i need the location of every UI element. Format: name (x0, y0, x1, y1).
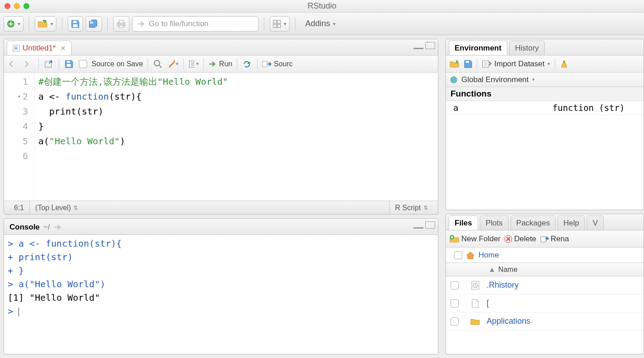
file-row[interactable]: Applications (446, 312, 644, 330)
svg-rect-10 (277, 24, 281, 28)
rename-button[interactable]: Rena (540, 234, 569, 243)
console-pane: Console ~/ > a <- function(str){ + print… (4, 218, 438, 354)
file-name[interactable]: .Rhistory (487, 280, 644, 290)
open-file-button[interactable] (35, 16, 56, 32)
import-icon (482, 60, 492, 68)
forward-button[interactable] (23, 59, 34, 69)
show-in-new-window-button[interactable] (43, 59, 54, 69)
file-icon (471, 298, 480, 308)
tab-history[interactable]: History (509, 41, 545, 55)
delete-icon (504, 235, 512, 243)
addins-menu[interactable]: Addins ▾ (301, 19, 340, 28)
grid-button[interactable] (270, 16, 290, 32)
zoom-window-button[interactable] (23, 3, 29, 9)
console-popout-icon[interactable] (54, 224, 62, 230)
save-icon (71, 19, 80, 28)
save-all-icon (89, 19, 99, 28)
find-button[interactable] (152, 59, 163, 69)
load-workspace-button[interactable] (450, 60, 460, 68)
delete-button[interactable]: Delete (504, 234, 536, 243)
print-button[interactable] (113, 16, 129, 32)
wand-button[interactable]: ▾ (168, 59, 179, 69)
source-on-save-checkbox[interactable] (79, 60, 87, 68)
fold-icon[interactable]: ▾ (18, 89, 21, 104)
files-breadcrumb: Home (446, 248, 644, 263)
notebook-button[interactable]: ▾ (188, 59, 199, 69)
rerun-button[interactable] (242, 59, 253, 69)
print-icon (116, 19, 126, 28)
save-source-button[interactable] (64, 59, 74, 69)
file-name[interactable]: [ (487, 298, 644, 308)
svg-rect-8 (277, 20, 281, 23)
run-icon (208, 60, 217, 68)
maximize-pane-button[interactable] (425, 221, 435, 229)
svg-rect-15 (67, 64, 71, 67)
editor-content[interactable]: #创建一个方法,该方法是输出"Hello World" a <- functio… (35, 73, 232, 201)
rename-icon (540, 235, 549, 243)
close-tab-icon[interactable]: ✕ (60, 45, 66, 52)
env-row[interactable]: a function (str) (446, 101, 644, 115)
chevron-down-icon: ▾ (333, 21, 336, 27)
minimize-pane-button[interactable] (414, 221, 423, 229)
code-editor[interactable]: 1 ▾2 3 4 5 6 #创建一个方法,该方法是输出"Hello World"… (4, 73, 438, 201)
tab-packages[interactable]: Packages (511, 216, 556, 230)
updown-icon: ⇅ (74, 205, 78, 211)
source-tab[interactable]: R Untitled1* ✕ (7, 41, 72, 55)
tab-viewer[interactable]: V (587, 216, 603, 230)
plus-icon (7, 20, 15, 28)
row-checkbox[interactable] (451, 281, 459, 289)
svg-rect-14 (67, 61, 70, 63)
new-folder-icon (450, 235, 460, 243)
updown-icon: ⇅ (423, 205, 428, 211)
source-tabbar: R Untitled1* ✕ (4, 39, 438, 55)
tab-files[interactable]: Files (449, 216, 478, 230)
maximize-pane-button[interactable] (425, 42, 435, 49)
file-row[interactable]: .Rhistory (446, 276, 644, 294)
console-path: ~/ (43, 223, 50, 232)
tab-environment[interactable]: Environment (449, 41, 507, 55)
window-controls (5, 3, 29, 9)
back-button[interactable] (8, 59, 18, 69)
chevron-down-icon: ▾ (532, 77, 535, 83)
svg-rect-20 (466, 61, 469, 63)
file-row[interactable]: [ (446, 294, 644, 312)
files-toolbar: New Folder Delete Rena (446, 230, 644, 248)
svg-rect-26 (541, 237, 546, 242)
breadcrumb-home[interactable]: Home (478, 251, 499, 260)
row-checkbox[interactable] (451, 317, 459, 326)
language-selector[interactable]: R Script ⇅ (389, 201, 433, 214)
new-folder-button[interactable]: New Folder (450, 234, 501, 243)
new-file-button[interactable] (4, 16, 23, 32)
save-all-button[interactable] (86, 16, 102, 32)
source-toolbar: Source on Save ▾ ▾ Run Sourc (4, 55, 438, 73)
row-checkbox[interactable] (451, 299, 459, 308)
source-button[interactable]: Sourc (262, 60, 293, 68)
svg-rect-2 (73, 24, 78, 27)
env-item-name: a (446, 101, 545, 115)
env-tabbar: Environment History (446, 39, 644, 55)
svg-rect-3 (90, 22, 93, 23)
run-button[interactable]: Run (208, 60, 232, 68)
close-window-button[interactable] (5, 3, 10, 9)
env-scope-selector[interactable]: Global Environment ▾ (446, 73, 644, 87)
scope-selector[interactable]: (Top Level) ⇅ (29, 201, 389, 214)
select-all-checkbox[interactable] (454, 251, 462, 259)
save-workspace-button[interactable] (464, 60, 472, 68)
name-column-header[interactable]: ▲ Name (487, 266, 644, 274)
goto-input[interactable]: Go to file/function (132, 16, 258, 32)
arrow-right-icon (137, 20, 145, 28)
console-tabbar: Console ~/ (4, 219, 438, 235)
source-pane: R Untitled1* ✕ Source on Save ▾ ▾ Run (4, 39, 438, 215)
minimize-pane-button[interactable] (414, 42, 423, 49)
save-button[interactable] (68, 16, 83, 32)
tab-help[interactable]: Help (557, 216, 585, 230)
console-output[interactable]: > a <- function(str){ + print(str) + } >… (4, 235, 438, 354)
file-name[interactable]: Applications (487, 317, 644, 326)
clear-workspace-button[interactable] (560, 60, 569, 69)
titlebar: RStudio (0, 0, 644, 13)
tab-plots[interactable]: Plots (480, 216, 509, 230)
svg-rect-19 (262, 61, 267, 67)
app-title: RStudio (308, 1, 336, 11)
minimize-window-button[interactable] (14, 3, 20, 9)
import-dataset-button[interactable]: Import Dataset ▾ (482, 60, 550, 69)
